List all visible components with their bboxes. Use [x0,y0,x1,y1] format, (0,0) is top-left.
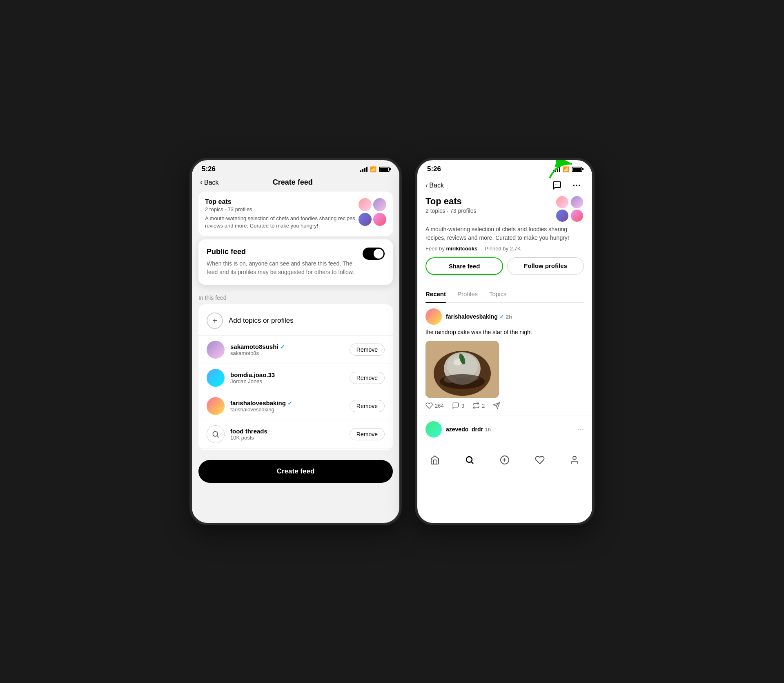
right-nav-bar: ‹ Back " [417,175,592,196]
feed-author-link[interactable]: mirikitcooks [446,246,478,252]
left-status-icons: 📶 [360,166,390,172]
profile-name-farisha: farishalovesbaking ✓ [230,400,344,406]
svg-point-24 [573,456,576,460]
post-username-azevedo: azevedo_drdr 1h [446,426,574,433]
svg-line-1 [217,436,219,437]
avatar-sakamoto [207,341,225,359]
screenshot-container: 5:26 📶 ‹ Back Create feed [189,158,595,525]
left-nav-bar: ‹ Back Create feed [192,175,399,192]
add-topics-label: Add topics or profiles [229,317,294,325]
post-item-2: azevedo_drdr 1h ··· [417,415,592,446]
tab-profiles[interactable]: Profiles [457,286,478,302]
share-button[interactable] [493,402,500,409]
comment-button[interactable]: 3 [452,402,464,409]
right-avatar-2 [571,196,583,208]
left-status-bar: 5:26 📶 [192,160,399,175]
action-buttons: Share feed Follow profiles [425,257,584,275]
profile-handle-farisha: farishalovesbaking [230,406,344,413]
remove-button-farisha[interactable]: Remove [350,400,385,412]
right-avatar-4 [571,210,583,222]
avatar-grid [359,198,386,226]
svg-point-16 [440,374,485,389]
nav-notifications[interactable] [535,455,545,465]
right-nav-actions: " [550,178,584,193]
follow-profiles-button[interactable]: Follow profiles [507,257,584,275]
toggle-knob [374,249,383,259]
quote-button[interactable]: " [550,178,564,193]
post-verified-icon: ✓ [499,313,504,320]
share-feed-button[interactable]: Share feed [425,257,503,275]
back-button[interactable]: ‹ Back [200,178,219,187]
feed-list-card: + Add topics or profiles sakamoto8sushi … [198,304,393,450]
add-topics-row[interactable]: + Add topics or profiles [198,306,393,336]
avatar-1 [359,198,372,211]
like-count: 264 [435,403,444,409]
nav-profile[interactable] [570,455,579,465]
right-avatar-3 [556,210,568,222]
right-signal-icon [553,166,560,172]
right-avatar-grid [556,196,584,222]
profile-info-farisha: farishalovesbaking ✓ farishalovesbaking [230,400,344,413]
public-feed-toggle[interactable] [363,248,385,260]
feed-card: Top eats 2 topics · 73 profiles A mouth-… [198,192,393,236]
right-wifi-icon: 📶 [563,166,569,172]
feed-hero-by: Feed by mirikitcooks · Pinned by 2.7K [425,246,584,252]
profile-row-food-threads: food threads 10K posts Remove [198,420,393,449]
plus-icon: + [207,312,223,329]
right-status-bar: 5:26 📶 [417,160,592,175]
search-icon-food-threads [207,425,225,443]
tab-recent[interactable]: Recent [425,286,446,302]
like-button[interactable]: 264 [425,402,444,409]
profile-row-sakamoto: sakamoto8sushi ✓ sakamoto8s Remove [198,336,393,364]
feed-hero-meta: 2 topics · 73 profiles [425,208,477,214]
right-avatar-1 [556,196,568,208]
svg-point-4 [573,185,575,186]
profile-info-food-threads: food threads 10K posts [230,428,344,441]
nav-home[interactable] [430,455,440,465]
in-feed-section: In this feed + Add topics or profiles sa… [192,288,399,453]
create-feed-button[interactable]: Create feed [198,460,393,483]
avatar-farisha [207,397,225,415]
back-chevron-icon: ‹ [200,178,203,187]
post-actions: 264 3 2 [425,402,584,409]
remove-button-sakamoto[interactable]: Remove [350,344,385,356]
post-username-farisha: farishalovesbaking ✓ 2h [446,313,584,320]
svg-point-5 [576,185,577,186]
feed-hero-title: Top eats [425,196,477,207]
right-phone: 5:26 📶 ‹ Back [415,158,595,525]
profile-handle-sakamoto: sakamoto8s [230,350,344,356]
remove-button-bomdia[interactable]: Remove [350,372,385,384]
svg-line-20 [472,462,473,464]
more-options-button[interactable] [569,178,584,193]
feed-card-desc: A mouth-watering selection of chefs and … [205,215,359,230]
tab-topics[interactable]: Topics [489,286,507,302]
post-avatar-farisha [425,308,442,325]
right-back-chevron-icon: ‹ [425,182,428,189]
in-feed-label: In this feed [198,291,393,304]
post-user-info-farisha: farishalovesbaking ✓ 2h [446,313,584,320]
right-status-icons: 📶 [553,166,582,172]
more-options-post-button[interactable]: ··· [578,425,584,434]
right-back-button[interactable]: ‹ Back [425,182,444,189]
right-time: 5:26 [427,165,441,173]
arrow-container: " [550,178,564,193]
nav-compose[interactable] [500,455,510,465]
post-item-1: farishalovesbaking ✓ 2h the raindrop cak… [417,303,592,415]
svg-point-19 [466,457,472,462]
verified-icon-sakamoto: ✓ [280,344,285,350]
public-feed-desc: When this is on, anyone can see and shar… [207,259,363,277]
verified-icon-farisha: ✓ [287,400,292,406]
pinned-count: 2.7K [510,246,521,252]
battery-icon [379,167,390,172]
right-battery-icon [572,167,582,172]
post2-time: 1h [485,426,491,433]
svg-point-0 [213,432,218,437]
post-text: the raindrop cake was the star of the ni… [425,328,584,337]
repost-button[interactable]: 2 [472,402,485,409]
remove-button-food-threads[interactable]: Remove [350,428,385,440]
svg-point-6 [579,185,580,186]
nav-search[interactable] [465,455,474,465]
bottom-nav [417,450,592,473]
wifi-icon: 📶 [370,166,376,172]
profile-handle-food-threads: 10K posts [230,435,344,441]
